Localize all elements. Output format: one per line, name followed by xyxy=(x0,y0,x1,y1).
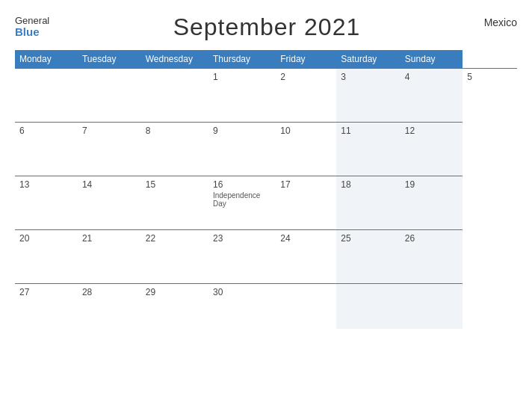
day-number: 9 xyxy=(213,126,271,136)
calendar-day-cell: 30 xyxy=(208,284,276,329)
calendar-day-cell: 23 xyxy=(208,230,276,284)
header-thursday: Thursday xyxy=(208,50,276,69)
day-number: 8 xyxy=(146,126,204,136)
day-event: Independence Day xyxy=(213,191,271,208)
day-number: 28 xyxy=(82,287,137,297)
country-label: Mexico xyxy=(484,13,517,28)
day-number: 25 xyxy=(341,233,396,244)
calendar-day-cell: 2 xyxy=(276,69,336,123)
calendar-day-cell: 22 xyxy=(141,230,208,284)
logo-blue-text: Blue xyxy=(15,26,49,39)
day-number: 2 xyxy=(280,72,332,82)
header-sunday: Sunday xyxy=(400,50,463,69)
calendar-day-cell: 7 xyxy=(78,123,141,176)
day-number: 20 xyxy=(19,233,73,244)
day-number: 4 xyxy=(405,72,458,82)
day-number: 18 xyxy=(341,179,396,190)
calendar-day-cell: 9 xyxy=(208,123,276,176)
header-friday: Friday xyxy=(276,50,336,69)
calendar-day-cell: 13 xyxy=(15,176,78,230)
calendar-grid: Monday Tuesday Wednesday Thursday Friday… xyxy=(15,50,517,329)
header-saturday: Saturday xyxy=(336,50,400,69)
calendar-day-cell xyxy=(15,69,78,123)
calendar-day-cell: 6 xyxy=(15,123,78,176)
calendar-day-cell: 18 xyxy=(336,176,400,230)
weekday-header-row: Monday Tuesday Wednesday Thursday Friday… xyxy=(15,50,517,69)
calendar-day-cell: 26 xyxy=(400,230,463,284)
calendar-day-cell: 8 xyxy=(141,123,208,176)
day-number: 17 xyxy=(280,179,332,190)
calendar-day-cell: 10 xyxy=(276,123,336,176)
day-number: 29 xyxy=(146,287,204,297)
calendar-day-cell: 4 xyxy=(400,69,463,123)
calendar-day-cell: 12 xyxy=(400,123,463,176)
calendar-week-row: 12345 xyxy=(15,69,517,123)
calendar-day-cell: 21 xyxy=(78,230,141,284)
calendar-day-cell: 20 xyxy=(15,230,78,284)
calendar-day-cell: 16Independence Day xyxy=(208,176,276,230)
calendar-day-cell: 5 xyxy=(463,69,517,123)
calendar-day-cell: 27 xyxy=(15,284,78,329)
calendar-day-cell: 14 xyxy=(78,176,141,230)
calendar-container: General Blue September 2021 Mexico Monda… xyxy=(0,0,532,411)
calendar-day-cell: 28 xyxy=(78,284,141,329)
day-number: 27 xyxy=(19,287,73,297)
calendar-day-cell: 3 xyxy=(336,69,400,123)
calendar-day-cell: 29 xyxy=(141,284,208,329)
day-number: 24 xyxy=(280,233,332,244)
day-number: 16 xyxy=(213,179,271,190)
header-tuesday: Tuesday xyxy=(78,50,141,69)
calendar-week-row: 27282930 xyxy=(15,284,517,329)
day-number: 12 xyxy=(405,126,458,136)
day-number: 10 xyxy=(280,126,332,136)
calendar-week-row: 6789101112 xyxy=(15,123,517,176)
day-number: 1 xyxy=(213,72,271,82)
month-title: September 2021 xyxy=(173,13,361,41)
header-wednesday: Wednesday xyxy=(141,50,208,69)
calendar-day-cell: 1 xyxy=(208,69,276,123)
calendar-day-cell: 19 xyxy=(400,176,463,230)
day-number: 22 xyxy=(146,233,204,244)
calendar-week-row: 13141516Independence Day171819 xyxy=(15,176,517,230)
day-number: 13 xyxy=(19,179,73,190)
calendar-day-cell xyxy=(141,69,208,123)
calendar-day-cell xyxy=(400,284,463,329)
calendar-day-cell: 15 xyxy=(141,176,208,230)
day-number: 19 xyxy=(405,179,458,190)
day-number: 15 xyxy=(146,179,204,190)
calendar-header: General Blue September 2021 Mexico xyxy=(15,13,517,41)
calendar-day-cell: 17 xyxy=(276,176,336,230)
day-number: 6 xyxy=(19,126,73,136)
calendar-day-cell: 24 xyxy=(276,230,336,284)
calendar-day-cell xyxy=(78,69,141,123)
calendar-day-cell xyxy=(276,284,336,329)
calendar-body: 12345678910111213141516Independence Day1… xyxy=(15,69,517,329)
calendar-week-row: 20212223242526 xyxy=(15,230,517,284)
day-number: 26 xyxy=(405,233,458,244)
day-number: 23 xyxy=(213,233,271,244)
day-number: 11 xyxy=(341,126,396,136)
day-number: 5 xyxy=(467,72,513,82)
logo: General Blue xyxy=(15,16,49,39)
logo-general-text: General xyxy=(15,16,49,26)
calendar-day-cell xyxy=(336,284,400,329)
day-number: 21 xyxy=(82,233,137,244)
header-monday: Monday xyxy=(15,50,78,69)
day-number: 14 xyxy=(82,179,137,190)
calendar-day-cell: 25 xyxy=(336,230,400,284)
day-number: 7 xyxy=(82,126,137,136)
calendar-day-cell: 11 xyxy=(336,123,400,176)
day-number: 30 xyxy=(213,287,271,297)
day-number: 3 xyxy=(341,72,396,82)
